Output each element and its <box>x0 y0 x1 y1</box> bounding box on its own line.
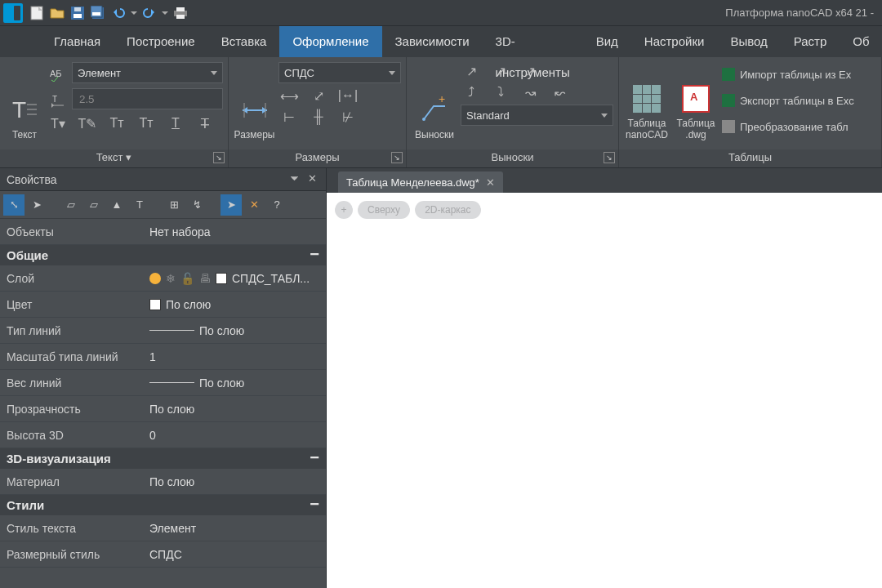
undo-icon[interactable] <box>109 4 127 22</box>
tool7-icon[interactable]: ➤ <box>220 194 242 216</box>
help-icon[interactable]: ? <box>266 194 287 216</box>
tool5-icon[interactable]: ⊞ <box>163 194 185 216</box>
prop-transparency-value[interactable]: По слою <box>149 403 319 416</box>
text-strikeout-icon[interactable]: T̶ <box>194 114 216 132</box>
prop-dimstyle-value[interactable]: СПДС <box>149 548 319 561</box>
dim-break-icon[interactable]: ⊢ <box>278 108 300 126</box>
leader-type1-icon[interactable]: ↗ <box>461 62 482 80</box>
svg-text:T: T <box>12 97 26 122</box>
convert-table-button[interactable]: Преобразование табл <box>722 116 854 137</box>
tab-about[interactable]: Об <box>840 26 882 57</box>
filter2-icon[interactable]: ▱ <box>83 194 105 216</box>
collapse-icon[interactable]: − <box>310 248 319 262</box>
text-group-launcher[interactable]: ↘ <box>213 152 225 163</box>
edit-text-icon[interactable]: T✎ <box>77 114 98 132</box>
leader-edit3-icon[interactable]: ↝ <box>519 83 541 101</box>
filter1-icon[interactable]: ▱ <box>60 194 82 216</box>
tab-annotation[interactable]: Оформление <box>279 26 381 57</box>
dim-style-dropdown[interactable]: СПДС <box>278 62 401 83</box>
tab-3dtools[interactable]: 3D-инструменты <box>483 26 583 57</box>
leader-style-dropdown[interactable]: Standard <box>461 105 613 126</box>
prop-objects-value[interactable]: Нет набора <box>149 225 319 238</box>
tab-home[interactable]: Главная <box>41 26 114 57</box>
undo-dropdown-icon[interactable] <box>130 4 138 22</box>
leader-button[interactable]: + Выноски <box>412 60 457 142</box>
open-folder-icon[interactable] <box>48 4 66 22</box>
tab-raster[interactable]: Растр <box>781 26 840 57</box>
pill-visual-style[interactable]: 2D-каркас <box>415 201 480 219</box>
dim-chain-icon[interactable]: ⊬ <box>337 108 359 126</box>
select-mode-icon[interactable]: ⤡ <box>3 194 24 216</box>
prop-color-value[interactable]: По слою <box>149 298 319 311</box>
import-table-excel-button[interactable]: Импорт таблицы из Ex <box>722 64 854 85</box>
saveall-icon[interactable] <box>89 4 107 22</box>
document-area: Таблица Менделеева.dwg* ✕ + Сверху 2D-ка… <box>327 168 882 588</box>
close-tab-icon[interactable]: ✕ <box>486 176 495 189</box>
dims-group-launcher[interactable]: ↘ <box>391 152 403 163</box>
prop-ltscale-value[interactable]: 1 <box>149 350 319 363</box>
close-panel-icon[interactable]: ✕ <box>305 172 319 187</box>
text-height-icon[interactable]: T <box>47 90 69 111</box>
leader-type2-icon[interactable]: ↗ <box>490 62 511 80</box>
svg-text:+: + <box>439 96 445 105</box>
text-height-input[interactable] <box>72 88 223 109</box>
leader-edit1-icon[interactable]: ⤴ <box>461 83 482 101</box>
dim-aligned-icon[interactable]: ⤢ <box>308 87 329 105</box>
tool8-icon[interactable]: ✕ <box>243 194 265 216</box>
text-button[interactable]: T Текст <box>5 60 44 142</box>
dim-continue-icon[interactable]: |↔| <box>337 87 359 105</box>
prop-textstyle-value[interactable]: Элемент <box>149 522 319 535</box>
export-table-excel-button[interactable]: Экспорт таблицы в Exc <box>722 90 854 111</box>
drawing-canvas[interactable]: + Сверху 2D-каркас <box>327 193 882 588</box>
leader-type3-icon[interactable]: ↗ <box>519 62 541 80</box>
section-3d[interactable]: 3D-визуализация− <box>0 448 326 469</box>
prop-height3d-value[interactable]: 0 <box>149 429 319 442</box>
prop-layer-value[interactable]: ❄🔓🖶СПДС_ТАБЛ... <box>149 272 319 285</box>
leader-edit4-icon[interactable]: ↜ <box>549 83 570 101</box>
leaders-group-launcher[interactable]: ↘ <box>604 152 615 163</box>
prop-objects: Объекты Нет набора <box>0 219 326 245</box>
prop-linetype-value[interactable]: По слою <box>149 324 319 337</box>
text-case-icon[interactable]: Tт <box>106 114 127 132</box>
tab-build[interactable]: Построение <box>114 26 208 57</box>
pin-icon[interactable]: ⏷ <box>287 172 301 187</box>
dim-baseline-icon[interactable]: ╫ <box>308 108 329 126</box>
section-styles[interactable]: Стили− <box>0 495 326 515</box>
prop-material-value[interactable]: По слою <box>149 475 319 488</box>
properties-toolbar: ⤡ ➤ ▱ ▱ ▲ T ⊞ ↯ ➤ ✕ ? <box>0 191 326 219</box>
tool6-icon[interactable]: ↯ <box>186 194 207 216</box>
text-style-dropdown[interactable]: Элемент <box>72 62 223 83</box>
table-nanocad-button[interactable]: Таблица nanoCAD <box>624 60 670 142</box>
tab-insert[interactable]: Вставка <box>208 26 280 57</box>
document-tab[interactable]: Таблица Менделеева.dwg* ✕ <box>338 172 503 193</box>
svg-rect-4 <box>74 7 81 11</box>
section-general[interactable]: Общие− <box>0 245 326 265</box>
tab-view[interactable]: Вид <box>583 26 631 57</box>
collapse-icon[interactable]: − <box>310 452 319 466</box>
svg-marker-9 <box>151 9 154 16</box>
tab-output[interactable]: Вывод <box>717 26 780 57</box>
spellcheck-icon[interactable]: AБ <box>47 64 69 85</box>
cursor-icon[interactable]: ➤ <box>26 194 47 216</box>
table-dwg-button[interactable]: Таблица .dwg <box>673 60 719 142</box>
filter3-icon[interactable]: ▲ <box>106 194 127 216</box>
tab-settings[interactable]: Настройки <box>631 26 718 57</box>
collapse-icon[interactable]: − <box>310 498 319 512</box>
pill-view-top[interactable]: Сверху <box>358 201 410 219</box>
filter4-icon[interactable]: T <box>129 194 150 216</box>
dim-linear-icon[interactable]: ⟷ <box>278 87 300 105</box>
pill-add[interactable]: + <box>335 201 353 219</box>
save-icon[interactable] <box>69 4 87 22</box>
text-underline-icon[interactable]: T <box>165 114 186 132</box>
prop-lineweight-value[interactable]: По слою <box>149 376 319 390</box>
leader-edit2-icon[interactable]: ⤵ <box>490 83 511 101</box>
text-outline-icon[interactable]: Tт <box>136 114 157 132</box>
redo-icon[interactable] <box>140 4 158 22</box>
tab-constraints[interactable]: Зависимости <box>382 26 483 57</box>
redo-dropdown-icon[interactable] <box>161 4 169 22</box>
new-file-icon[interactable] <box>28 4 46 22</box>
print-icon[interactable] <box>172 4 189 22</box>
leader-style-value: Standard <box>466 109 510 122</box>
find-text-icon[interactable]: T▾ <box>47 114 69 132</box>
dimension-button[interactable]: Размеры <box>234 60 275 142</box>
